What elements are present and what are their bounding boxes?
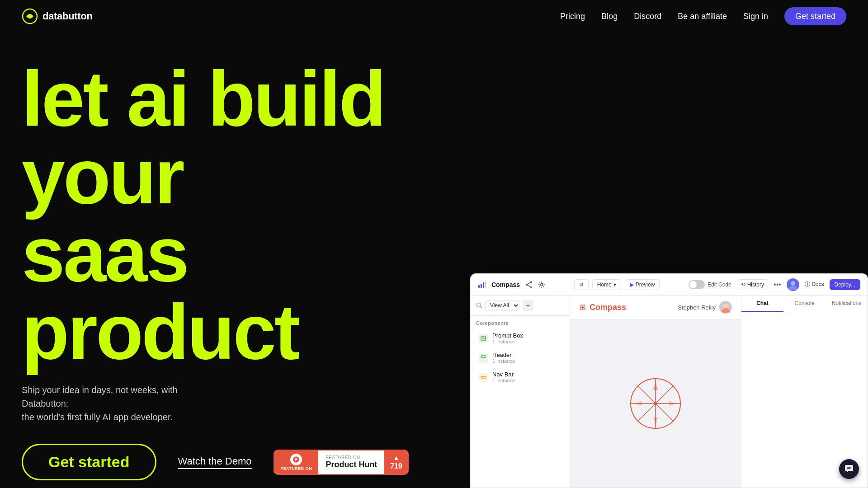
app-title-row: ⊞ Compass [579,302,626,312]
chat-tabs: Chat Console Notifications [741,296,868,312]
svg-rect-15 [481,356,486,357]
undo-button[interactable]: ↺ [574,279,589,290]
ph-featured-label: FEATURED ON [326,455,377,460]
app-user-info: Stephen Reilly [678,301,732,314]
signal-icon [478,281,486,289]
component-info-header: Header 1 instance [492,352,561,364]
app-main-header: ⊞ Compass Stephen Reilly [570,296,741,319]
app-main-canvas: ⊞ Compass Stephen Reilly [570,296,741,488]
component-icon-navbar [479,373,488,382]
component-info-navbar: Nav Bar 1 instance [492,371,561,383]
home-dropdown[interactable]: Home ▾ [592,279,621,290]
toggle-switch[interactable] [689,280,705,289]
canvas-area [570,319,741,488]
add-component-button[interactable]: + [523,300,533,311]
svg-point-11 [791,281,795,286]
more-options-button[interactable]: ••• [774,281,781,289]
get-started-button[interactable]: Get started [22,444,156,480]
svg-marker-27 [633,401,642,406]
share-icon[interactable] [525,281,533,288]
nav-get-started[interactable]: Get started [784,7,846,25]
hero-headline: Let AI build your SaaS product [22,60,474,371]
nav-pricing[interactable]: Pricing [560,12,585,21]
ph-vote-count: ▲ 719 [384,450,408,474]
history-button[interactable]: ⟲ History [737,279,768,290]
watch-demo-link[interactable]: Watch the Demo [178,455,252,469]
svg-marker-25 [653,417,658,426]
components-label: Components [471,316,570,328]
component-icon-header [479,353,488,362]
ph-left-section: FEATURED ON [274,450,319,474]
headline-line1: Let AI build your [22,55,385,220]
ph-count: 719 [390,462,402,470]
user-photo [719,301,732,314]
nav-links: Pricing Blog Discord Be an affiliate Sig… [560,12,846,21]
grid-icon: ⊞ [579,302,586,312]
navbar: databutton Pricing Blog Discord Be an af… [0,0,868,33]
headline-line2: SaaS product [22,211,298,375]
ph-logo-circle [290,454,302,465]
nav-discord[interactable]: Discord [634,12,661,21]
app-screenshot: Compass ↺ Home ▾ ▶ Preview Edit Code ⟲ [470,273,868,488]
toolbar-center: ↺ Home ▾ ▶ Preview [574,279,660,290]
svg-rect-1 [478,285,480,288]
ph-middle-section: FEATURED ON Product Hunt [318,455,384,469]
user-name-label: Stephen Reilly [678,304,716,311]
svg-line-13 [481,307,482,309]
logo-icon [22,8,38,24]
svg-rect-16 [481,376,486,378]
deploy-button[interactable]: Deploy... [830,279,860,290]
logo[interactable]: databutton [22,8,93,24]
nav-blog[interactable]: Blog [601,12,618,21]
docs-label[interactable]: ⓘ Docs [805,281,824,288]
nav-affiliate[interactable]: Be an affiliate [678,12,727,21]
tab-console[interactable]: Console [783,296,826,312]
view-all-select[interactable]: View All [485,300,520,311]
svg-point-17 [723,304,728,308]
hero-subtext: Ship your idea in days, not weeks, with … [22,383,212,424]
ph-featured-text: FEATURED ON [281,466,312,471]
tab-chat[interactable]: Chat [741,296,783,312]
edit-code-label: Edit Code [708,282,731,288]
chat-fab-button[interactable] [839,459,859,479]
ph-arrow-icon: ▲ [393,454,399,461]
svg-rect-2 [481,284,482,288]
compass-wheel-graphic [628,376,683,431]
app-sidebar: View All + Components Prompt Box 1 insta… [471,296,570,488]
component-info-prompt: Prompt Box 1 instance [492,332,561,344]
user-avatar [787,278,799,291]
app-canvas-title: Compass [590,303,626,312]
toolbar-left: Compass [478,281,545,289]
toolbar-right: Edit Code ⟲ History ••• ⓘ Docs Deploy... [689,278,860,291]
search-icon [476,302,482,309]
app-body: View All + Components Prompt Box 1 insta… [471,296,868,488]
settings-icon[interactable] [538,281,545,288]
sidebar-search-bar: View All + [471,296,570,316]
edit-code-toggle[interactable]: Edit Code [689,280,731,289]
component-icon-prompt [479,334,488,343]
sidebar-item-header[interactable]: Header 1 instance [473,348,567,367]
sidebar-item-nav-bar[interactable]: Nav Bar 1 instance [473,367,567,387]
svg-rect-3 [483,282,484,288]
svg-marker-26 [669,401,678,406]
toolbar-project-name: Compass [491,281,520,288]
svg-line-8 [527,282,531,285]
svg-marker-24 [653,381,658,390]
svg-rect-4 [485,281,486,288]
brand-name: databutton [42,10,93,22]
svg-line-9 [527,285,531,287]
product-hunt-badge[interactable]: FEATURED ON FEATURED ON Product Hunt ▲ 7… [274,450,409,475]
sidebar-item-prompt-box[interactable]: Prompt Box 1 instance [473,328,567,348]
nav-signin[interactable]: Sign in [743,12,768,21]
tab-notifications[interactable]: Notifications [826,296,868,312]
preview-button[interactable]: ▶ Preview [625,279,660,290]
app-toolbar: Compass ↺ Home ▾ ▶ Preview Edit Code ⟲ [471,274,868,296]
ph-name: Product Hunt [326,460,377,469]
